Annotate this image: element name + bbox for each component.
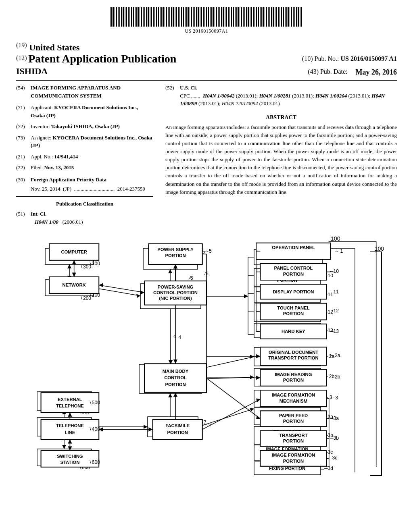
barcode-image [110, 7, 303, 27]
field-21-content: Appl. No.: 14/941,414 [31, 153, 78, 161]
brace-100-top [370, 251, 382, 252]
field-30-data: Nov. 25, 2014 (JP) .....................… [31, 185, 153, 193]
main-content: (54) IMAGE FORMING APPARATUS AND COMMUNI… [0, 84, 413, 227]
main-divider [16, 80, 397, 81]
pub-num-value: US 2016/0150097 A1 [340, 55, 397, 62]
field-73-num: (73) [16, 134, 31, 150]
field-72: (72) Inventor: Takayuki ISHIDA, Osaka (J… [16, 123, 153, 131]
field-54-num: (54) [16, 84, 31, 100]
field-22-content: Filed: Nov. 13, 2015 [31, 164, 74, 172]
field-51: (51) Int. Cl. H04N 1/00 (2006.01) [16, 210, 153, 226]
field-54-label: IMAGE FORMING APPARATUS AND COMMUNICATIO… [31, 84, 153, 100]
field-54: (54) IMAGE FORMING APPARATUS AND COMMUNI… [16, 84, 153, 100]
pub-class-divider [16, 196, 153, 197]
field-30-num: (30) [16, 176, 31, 184]
ref-100: 100 [331, 235, 340, 242]
pub-date-label: (43) Pub. Date: [308, 68, 347, 77]
patent-title-left: (12) Patent Application Publication [16, 53, 176, 65]
country-name: United States [29, 42, 79, 52]
pub-date-value: May 26, 2016 [356, 68, 397, 77]
date-line: (43) Pub. Date: May 26, 2016 [308, 68, 397, 77]
brace-100-bot [370, 475, 382, 476]
pub-class-label: Publication Classification [16, 200, 153, 208]
country-line: (19) United States [16, 42, 397, 53]
abstract-text: An image forming apparatus includes: a f… [165, 123, 397, 196]
field-22: (22) Filed: Nov. 13, 2015 [16, 164, 153, 172]
field-30-label: Foreign Application Priority Data [31, 176, 106, 184]
field-51-num: (51) [16, 210, 31, 226]
cpc-values: H04N 1/00042 [203, 93, 234, 99]
publication-number: US 20160150097A1 [0, 27, 413, 37]
field-72-content: Inventor: Takayuki ISHIDA, Osaka (JP) [31, 123, 120, 131]
field-73-content: Assignee: KYOCERA Document Solutions Inc… [31, 134, 153, 150]
field-71: (71) Applicant: KYOCERA Document Solutio… [16, 104, 153, 119]
abstract-title: ABSTRACT [165, 113, 397, 122]
field-22-num: (22) [16, 164, 31, 172]
field-52: (52) U.S. Cl. CPC ....... H04N 1/00042 (… [165, 84, 397, 108]
inventor-name: ISHIDA [16, 66, 48, 77]
patent-line: (12) Patent Application Publication (10)… [16, 53, 397, 65]
field-71-num: (71) [16, 104, 31, 119]
pub-num-label: (10) Pub. No.: [302, 55, 339, 62]
title-block: (19) United States (12) Patent Applicati… [0, 38, 413, 77]
patent-title-text: Patent Application Publication [28, 52, 176, 65]
brace-100-vert [381, 251, 382, 475]
field-52-num: (52) [165, 84, 180, 108]
field-21: (21) Appl. No.: 14/941,414 [16, 153, 153, 161]
country-num: (19) [16, 42, 27, 48]
patent-num: (12) [16, 55, 27, 62]
field-52-content: U.S. Cl. CPC ....... H04N 1/00042 (2013.… [180, 84, 385, 108]
field-71-content: Applicant: KYOCERA Document Solutions In… [31, 104, 153, 119]
barcode-section: US 20160150097A1 [0, 0, 413, 38]
left-column: (54) IMAGE FORMING APPARATUS AND COMMUNI… [16, 84, 153, 227]
field-30: (30) Foreign Application Priority Data [16, 176, 153, 184]
field-21-num: (21) [16, 153, 31, 161]
diagram-section: 100 OPERATION PANEL ∼ 1 PANEL CONTROL PO… [0, 227, 413, 481]
field-72-num: (72) [16, 123, 31, 131]
ref-100-label: 100 [375, 245, 384, 252]
right-column: (52) U.S. Cl. CPC ....... H04N 1/00042 (… [165, 84, 397, 227]
field-51-content: Int. Cl. H04N 1/00 (2006.01) [31, 210, 83, 226]
pub-info: (10) Pub. No.: US 2016/0150097 A1 [302, 53, 397, 62]
field-73: (73) Assignee: KYOCERA Document Solution… [16, 134, 153, 150]
